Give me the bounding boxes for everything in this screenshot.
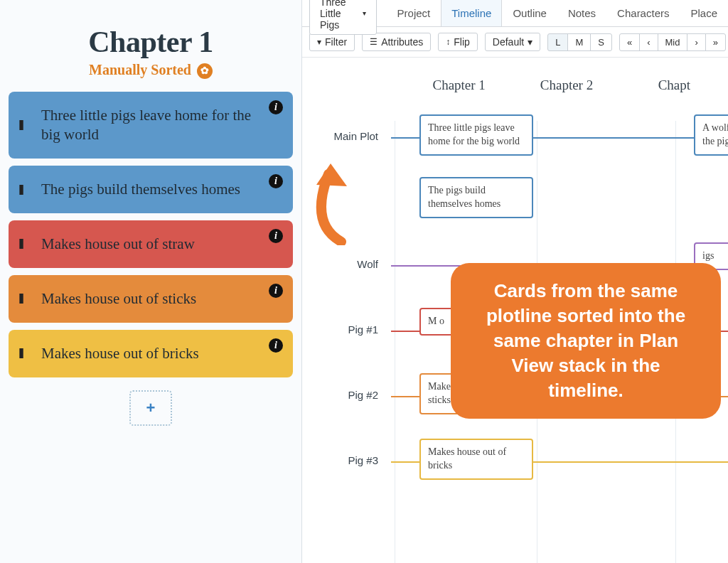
default-label: Default: [493, 36, 524, 48]
timeline-card[interactable]: Makes house out of bricks: [419, 439, 533, 480]
plan-header: Chapter 1 Manually Sorted ✿: [88, 25, 213, 79]
plan-card-text: Makes house out of straw: [41, 235, 259, 254]
nav-mid[interactable]: Mid: [658, 33, 688, 51]
tab-characters[interactable]: Characters: [606, 0, 680, 26]
top-nav-row: Three Little Pigs ▾ ProjectTimelineOutli…: [302, 0, 728, 27]
lane-pig3: Pig #3 Makes house out of bricks: [302, 439, 728, 504]
lane-label: Main Plot: [302, 114, 391, 142]
lane-label: Wolf: [302, 242, 391, 270]
callout-arrow-icon: [299, 160, 370, 245]
lane-label: Pig #3: [302, 439, 391, 466]
info-icon[interactable]: i: [269, 284, 283, 298]
timeline-card[interactable]: Three little pigs leave home for the big…: [419, 114, 533, 156]
timeline-card[interactable]: The pigs build themselves homes: [419, 177, 533, 218]
flip-label: Flip: [454, 36, 470, 48]
plan-panel: Chapter 1 Manually Sorted ✿ IIiThree lit…: [0, 0, 302, 563]
project-dropdown[interactable]: Three Little Pigs ▾: [309, 0, 377, 35]
tab-place[interactable]: Place: [680, 0, 728, 26]
nav-tabs: ProjectTimelineOutlineNotesCharactersPla…: [387, 0, 728, 26]
tab-notes[interactable]: Notes: [557, 0, 606, 26]
timeline-card[interactable]: A wolf pass the pigs' ho: [694, 114, 728, 156]
drag-handle-icon[interactable]: II: [18, 236, 22, 252]
nav-first[interactable]: «: [619, 33, 640, 51]
attributes-button[interactable]: ☰ Attributes: [362, 33, 431, 51]
info-icon[interactable]: i: [269, 100, 283, 114]
zoom-size-m[interactable]: M: [567, 33, 591, 51]
lane-track: igs: [391, 242, 728, 247]
chapter-title: Chapter 1: [88, 25, 213, 59]
lane-label: Pig #1: [302, 308, 391, 336]
plan-card-text: The pigs build themselves homes: [41, 180, 259, 199]
caret-down-icon: ▾: [528, 36, 532, 48]
chapter-column-header[interactable]: Chapter 2: [513, 77, 620, 93]
sort-mode-label: Manually Sorted: [89, 62, 191, 77]
plan-card[interactable]: IIiMakes house out of bricks: [9, 330, 293, 377]
lane-label: Pig #2: [302, 373, 391, 401]
plan-card-text: Three little pigs leave home for the big…: [41, 106, 259, 144]
add-card-button[interactable]: +: [129, 390, 172, 426]
zoom-size-l[interactable]: L: [547, 33, 568, 51]
info-icon[interactable]: i: [269, 338, 283, 353]
plan-card-list: IIiThree little pigs leave home for the …: [9, 92, 293, 384]
list-icon: ☰: [370, 37, 378, 47]
flip-icon: ↕: [446, 37, 450, 47]
timeline-nav-group: «‹Mid›»: [619, 33, 726, 51]
tab-project[interactable]: Project: [387, 0, 441, 26]
nav-last[interactable]: »: [705, 33, 726, 51]
explainer-callout: Cards from the same plotline sorted into…: [451, 263, 721, 419]
project-name: Three Little Pigs: [320, 0, 358, 31]
flip-button[interactable]: ↕ Flip: [438, 33, 478, 51]
sort-clear-icon[interactable]: ✿: [197, 63, 213, 79]
drag-handle-icon[interactable]: II: [18, 291, 22, 307]
tab-timeline[interactable]: Timeline: [441, 0, 502, 26]
drag-handle-icon[interactable]: II: [18, 117, 22, 134]
plan-card[interactable]: IIiThree little pigs leave home for the …: [9, 92, 293, 159]
plan-card[interactable]: IIiMakes house out of sticks: [9, 275, 293, 323]
info-icon[interactable]: i: [269, 229, 283, 243]
chapter-column-header[interactable]: Chapter 1: [405, 77, 513, 93]
drag-handle-icon[interactable]: II: [18, 345, 22, 362]
default-button[interactable]: Default ▾: [485, 33, 540, 51]
filter-button[interactable]: ▾ Filter: [309, 33, 355, 51]
chapter-header-row: Chapter 1Chapter 2Chapt: [302, 77, 728, 93]
lane-track: Three little pigs leave home for the big…: [391, 114, 728, 119]
zoom-size-s[interactable]: S: [590, 33, 612, 51]
nav-next[interactable]: ›: [687, 33, 705, 51]
lane-track: Makes house out of bricks: [391, 439, 728, 443]
caret-down-icon: ▾: [363, 9, 366, 17]
chapter-column-header[interactable]: Chapt: [621, 77, 728, 93]
nav-prev[interactable]: ‹: [639, 33, 658, 51]
drag-handle-icon[interactable]: II: [18, 181, 22, 198]
attributes-label: Attributes: [381, 36, 423, 48]
sort-indicator[interactable]: Manually Sorted ✿: [88, 62, 213, 79]
zoom-size-group: LMS: [547, 33, 612, 51]
plan-card-text: Makes house out of bricks: [41, 344, 259, 363]
plan-card-text: Makes house out of sticks: [41, 289, 259, 309]
tab-outline[interactable]: Outline: [502, 0, 557, 26]
filter-icon: ▾: [317, 37, 321, 47]
filter-label: Filter: [325, 36, 347, 48]
plan-card[interactable]: IIiMakes house out of straw: [9, 220, 293, 268]
info-icon[interactable]: i: [269, 174, 283, 188]
plan-card[interactable]: IIiThe pigs build themselves homes: [9, 166, 293, 213]
